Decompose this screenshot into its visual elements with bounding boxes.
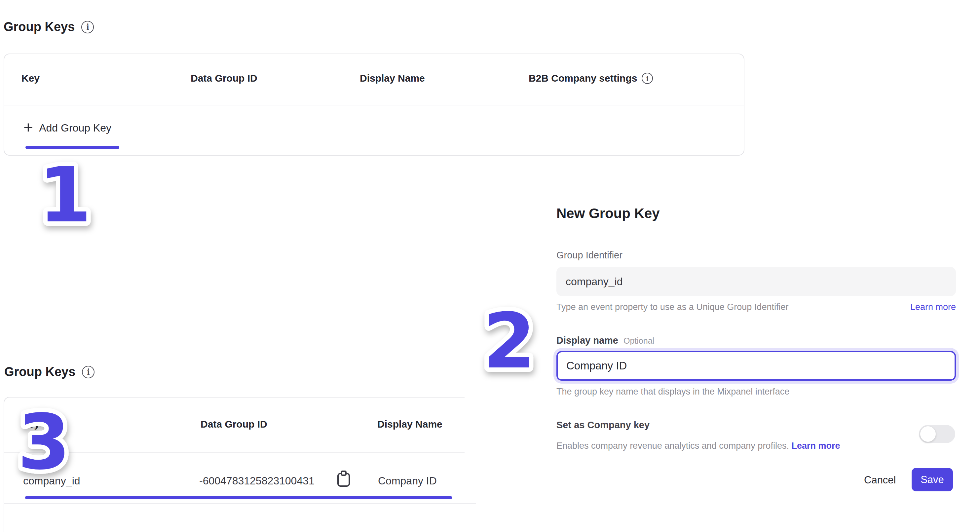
column-header-display-name: Display Name <box>360 73 425 84</box>
column-header-key: Key <box>21 73 40 84</box>
company-key-toggle[interactable] <box>919 425 955 443</box>
row-data-group-id-cell: -6004783125823100431 <box>199 475 315 487</box>
add-group-key-label: Add Group Key <box>39 122 111 134</box>
column-header-b2b-settings: B2B Company settings i <box>529 73 653 84</box>
info-icon[interactable]: i <box>642 73 653 84</box>
copy-icon[interactable] <box>336 470 351 487</box>
table-header-divider <box>4 452 465 453</box>
row-key-cell: company_id <box>23 475 80 487</box>
group-keys-heading-top: Group Keys i <box>4 20 94 34</box>
learn-more-link[interactable]: Learn more <box>791 441 840 451</box>
company-key-helper: Enables company revenue analytics and co… <box>557 441 840 451</box>
table-row-divider <box>4 503 476 504</box>
group-keys-table-top: Key Data Group ID Display Name B2B Compa… <box>4 54 745 156</box>
column-header-key: Key <box>21 419 40 430</box>
group-identifier-input[interactable] <box>557 267 956 296</box>
set-company-key-label: Set as Company key <box>557 420 649 430</box>
form-title: New Group Key <box>557 205 660 221</box>
display-name-label: Display name <box>557 335 618 346</box>
table-header-divider <box>4 105 744 105</box>
column-header-data-group-id: Data Group ID <box>200 419 267 430</box>
group-identifier-helper: Type an event property to use as a Uniqu… <box>557 302 788 312</box>
column-header-data-group-id: Data Group ID <box>191 73 258 84</box>
group-keys-title: Group Keys <box>4 20 75 34</box>
save-button[interactable]: Save <box>912 468 953 491</box>
display-name-optional-tag: Optional <box>624 336 654 346</box>
learn-more-link[interactable]: Learn more <box>910 302 956 312</box>
group-keys-title: Group Keys <box>4 365 75 379</box>
display-name-label-row: Display name Optional <box>557 335 654 346</box>
step1-underline-annotation <box>25 146 119 149</box>
svg-text:1: 1 <box>39 151 92 239</box>
column-header-display-name: Display Name <box>377 419 442 430</box>
step-2-annotation: 2 <box>453 287 565 395</box>
add-group-key-button[interactable]: + Add Group Key <box>24 120 111 135</box>
group-keys-table-bottom: Key Data Group ID Display Name company_i… <box>4 397 465 532</box>
group-keys-heading-bottom: Group Keys i <box>4 365 94 379</box>
plus-icon: + <box>24 119 33 135</box>
info-icon[interactable]: i <box>81 21 94 33</box>
row-display-name-cell: Company ID <box>378 475 437 487</box>
step3-underline-annotation <box>25 496 452 499</box>
display-name-input[interactable] <box>557 351 956 381</box>
b2b-settings-label: B2B Company settings <box>529 73 637 84</box>
info-icon[interactable]: i <box>82 366 94 378</box>
new-group-key-form: New Group Key Group Identifier Type an e… <box>557 205 956 503</box>
svg-text:2: 2 <box>483 297 536 385</box>
display-name-helper: The group key name that displays in the … <box>557 387 789 397</box>
toggle-knob <box>920 426 936 442</box>
cancel-button[interactable]: Cancel <box>862 474 898 486</box>
step-1-annotation: 1 <box>9 140 121 250</box>
group-identifier-label: Group Identifier <box>557 250 622 261</box>
